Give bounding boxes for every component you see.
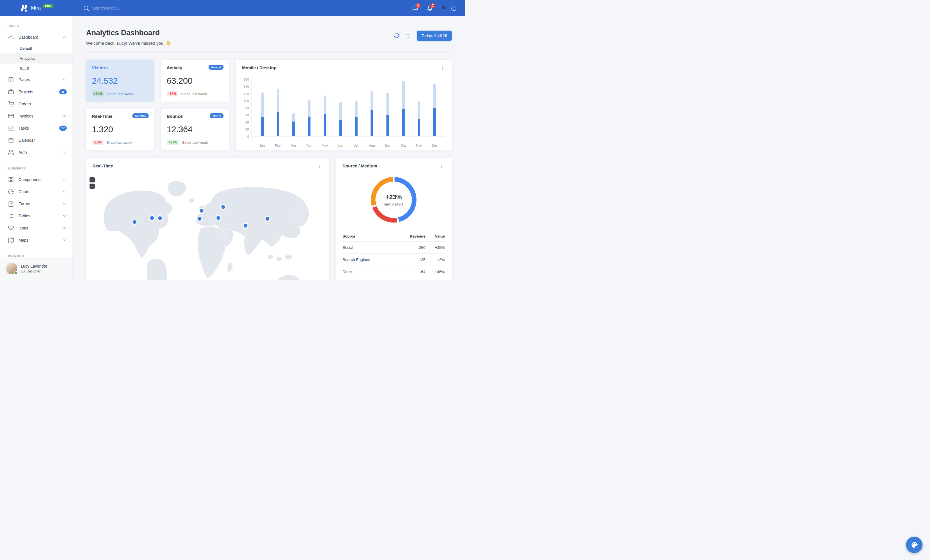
sign-out-button[interactable] [451,5,457,11]
sidebar-menu: PAGESDashboardDefaultAnalyticsSaaSPagesP… [0,24,72,258]
badge: 8 [59,89,67,94]
welcome-message: Welcome back, Lucy! We've missed you. 👋 [86,41,171,46]
stats-grid: Visitors24.532+14%Since last weekActivit… [86,60,229,150]
sidebar-item-charts[interactable]: Charts [0,186,72,198]
sidebar-subitem-saas[interactable]: SaaS [0,63,72,74]
sidebar-item-icons[interactable]: Icons [0,222,72,234]
bar-oct [396,80,411,136]
sidebar-item-tasks[interactable]: Tasks17 [0,122,72,134]
stat-card-bounce: BounceYearly12.364+27%Since last week [161,109,229,150]
bar-may [317,80,333,136]
stat-caption: Since last week [106,140,132,144]
stat-value: 1.320 [92,124,148,134]
donut-center: +23% new visitors [376,181,412,218]
brand-name: Mira [31,5,41,11]
cell-revenue: 125 [396,254,425,266]
sidebar-item-projects[interactable]: Projects8 [0,86,72,98]
world-map [89,175,326,280]
bar-feb [270,80,286,136]
us-flag-icon [442,6,442,11]
sidebar-item-pages[interactable]: Pages [0,74,72,86]
search-input[interactable] [92,6,159,11]
new-visitors-label: new visitors [384,202,403,206]
cell-value: +46% [425,266,445,278]
filter-icon [405,33,411,39]
messages-button[interactable]: 3 [412,5,418,11]
bar-aug [364,80,380,136]
map-marker [221,205,225,209]
stat-value: 63.200 [167,76,223,86]
sidebar-item-maps[interactable]: Maps [0,234,72,246]
cell-value: -12% [425,254,445,266]
user-name: Lucy Lavender [21,264,47,268]
cell-revenue: 164 [396,266,425,278]
sidebar-item-components[interactable]: Components [0,173,72,186]
filter-button[interactable] [405,33,411,39]
stat-period-badge[interactable]: Yearly [210,113,223,118]
cell-source: Direct [343,266,396,278]
stat-card-activity: ActivityAnnual63.200-12%Since last week [161,60,229,101]
chart-menu-button[interactable] [439,65,445,71]
sidebar-item-forms[interactable]: Forms [0,198,72,210]
stat-value: 12.364 [167,124,223,134]
sidebar-item-orders[interactable]: Orders [0,98,72,110]
cell-source: Search Engines [343,254,396,266]
chevron-down-icon [62,114,67,118]
check-square-icon [8,125,14,131]
brand[interactable]: Mira PRO [0,4,73,12]
map-marker [244,224,248,228]
bar-jan [254,80,270,136]
sidebar-user-card[interactable]: Lucy Lavender UX Designer [0,257,72,280]
chevron-down-icon [62,189,67,194]
stat-period-badge[interactable]: Annual [208,64,223,70]
bar-sep [380,80,396,136]
chevron-down-icon [62,150,67,155]
today-button[interactable]: Today: April 29 [417,31,452,41]
source-table: Source Revenue Value Social260+35%Search… [343,231,445,278]
sidebar-subitem-analytics[interactable]: Analytics [0,54,72,63]
refresh-button[interactable] [394,33,399,38]
sidebar-item-invoices[interactable]: Invoices [0,110,72,122]
power-icon [451,5,457,11]
chevron-down-icon [62,213,67,218]
page-title: Analytics Dashboard [86,28,171,37]
language-button[interactable] [442,6,442,11]
table-row: Direct164+46% [343,266,445,278]
messages-count-badge: 3 [416,3,420,8]
sidebar-item-tables[interactable]: Tables [0,210,72,222]
stat-caption: Since last week [182,140,208,144]
stat-caption: Since last week [107,92,133,96]
chart-title: Mobile / Desktop [242,65,276,70]
map-zoom-out-button[interactable]: - [89,184,95,189]
sidebar-item-dashboard[interactable]: Dashboard [0,31,72,43]
notifications-button[interactable]: 7 [427,5,433,11]
more-vertical-icon [317,164,322,169]
stat-title: Visitors [92,65,148,70]
more-vertical-icon [440,66,445,71]
map-menu-button[interactable] [316,163,322,169]
map-marker [133,220,137,224]
avatar [6,263,17,274]
online-status-dot [14,272,18,275]
stat-change-badge: +27% [167,140,179,145]
map-zoom-in-button[interactable]: + [89,177,95,183]
bar-chart-yaxis: 020406080100120140160 [242,80,251,137]
bar-apr [302,80,317,136]
sidebar-subitem-default[interactable]: Default [0,43,72,54]
map-marker [266,217,269,221]
stat-change-badge: -18% [92,140,103,145]
chevron-down-icon [62,177,67,182]
sidebar-item-calendar[interactable]: Calendar [0,134,72,146]
stat-period-badge[interactable]: Monthly [132,113,149,118]
source-menu-button[interactable] [439,163,445,169]
realtime-map-card: Real-Time + - [86,158,329,280]
briefcase-icon [8,89,14,95]
shopping-cart-icon [8,101,14,107]
bar-nov [411,80,427,136]
pro-badge: PRO [43,4,53,8]
bar-mar [286,80,302,136]
sidebar-item-auth[interactable]: Auth [0,146,72,158]
stat-change-badge: +14% [92,91,104,97]
grid-icon [8,176,14,183]
heart-icon [8,225,14,231]
